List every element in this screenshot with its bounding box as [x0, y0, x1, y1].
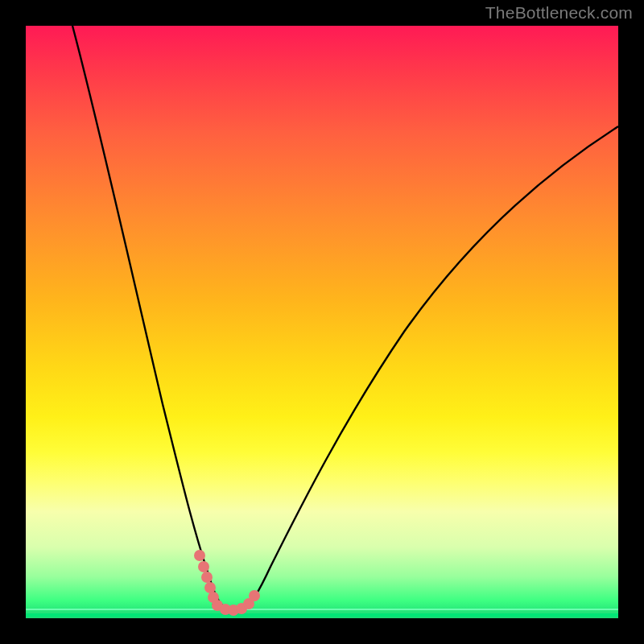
- svg-point-2: [201, 572, 213, 583]
- curve-right-branch: [242, 126, 618, 610]
- marker-group-bottom: [212, 590, 260, 616]
- svg-point-10: [249, 590, 260, 601]
- watermark-text: TheBottleneck.com: [485, 3, 633, 23]
- curve-left-branch: [72, 26, 229, 611]
- bottleneck-curve-svg: [26, 26, 618, 618]
- svg-point-3: [204, 582, 216, 593]
- marker-group-left: [194, 550, 219, 603]
- svg-point-1: [198, 561, 209, 572]
- chart-frame: TheBottleneck.com: [0, 0, 644, 644]
- svg-point-0: [194, 550, 205, 561]
